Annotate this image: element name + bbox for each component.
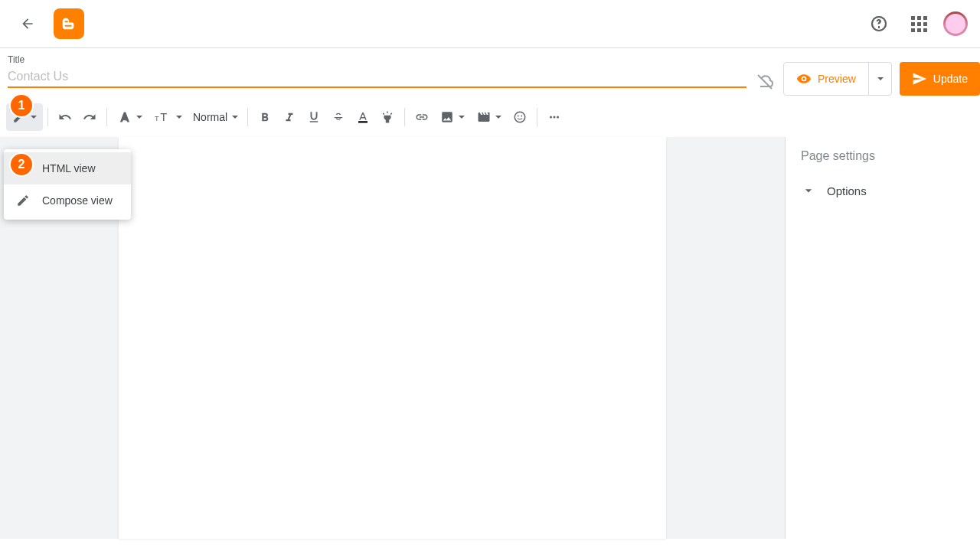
more-horiz-icon [547,110,561,124]
account-avatar[interactable] [943,11,968,36]
preview-button[interactable]: Preview [784,63,868,95]
strikethrough-icon [332,110,345,124]
title-label: Title [8,54,746,65]
editor-toolbar: A TT Normal [0,97,980,137]
preview-label: Preview [818,73,856,85]
apps-grid-icon [911,16,927,32]
svg-text:T: T [160,111,167,123]
chevron-down-icon [459,116,465,119]
pencil-icon [16,194,30,207]
preview-button-group: Preview [783,62,892,96]
annotation-badge-1: 1 [11,95,32,116]
compose-view-label: Compose view [42,194,113,207]
blogger-logo-icon [60,15,77,32]
cloud-off-icon [756,73,774,91]
editor-page[interactable] [119,137,666,539]
svg-point-7 [518,116,519,117]
compose-view-item[interactable]: Compose view [4,184,131,217]
text-color-icon [356,110,370,124]
paragraph-style-select[interactable]: Normal [188,111,243,123]
text-color-button[interactable] [351,103,375,131]
chevron-down-icon [136,116,142,119]
bold-icon [258,110,272,124]
underline-button[interactable] [302,103,326,131]
italic-button[interactable] [277,103,302,131]
separator [47,108,48,126]
redo-button[interactable] [77,103,102,131]
html-view-label: HTML view [42,162,96,174]
action-buttons: Preview Update [783,62,980,96]
header-left [12,8,84,39]
page-settings-panel: Page settings Options [785,137,980,539]
emoji-icon [513,110,527,124]
update-button[interactable]: Update [900,62,980,96]
update-label: Update [933,73,968,85]
undo-icon [58,110,72,124]
undo-button[interactable] [53,103,77,131]
back-button[interactable] [12,8,43,39]
separator [106,108,107,126]
video-button[interactable] [471,103,508,131]
font-icon: A [118,110,132,124]
header-right [864,8,968,39]
more-button[interactable] [542,103,567,131]
highlight-color-button[interactable] [375,103,400,131]
svg-text:T: T [155,115,159,122]
separator [404,108,405,126]
redo-icon [83,110,96,124]
svg-point-8 [521,116,522,117]
svg-point-6 [514,112,525,122]
sync-status [756,67,774,97]
svg-point-10 [554,116,556,119]
title-input[interactable] [8,65,746,88]
content-area: Page settings Options [0,137,980,539]
italic-icon [283,110,296,124]
send-icon [912,71,927,86]
chevron-down-icon [31,116,37,119]
options-label: Options [827,184,867,197]
svg-text:A: A [121,112,127,123]
annotation-badge-2: 2 [11,154,32,175]
font-family-button[interactable]: A [112,103,149,131]
bold-button[interactable] [253,103,277,131]
chevron-down-icon [801,183,816,198]
strikethrough-button[interactable] [326,103,351,131]
app-header [0,0,980,48]
settings-heading: Page settings [801,149,965,163]
separator [537,108,537,126]
help-icon [870,15,888,33]
chevron-down-icon [176,116,182,119]
apps-button[interactable] [903,8,934,39]
svg-rect-5 [358,121,368,122]
paragraph-style-label: Normal [193,111,227,123]
blogger-logo[interactable] [54,8,84,39]
settings-options-item[interactable]: Options [801,178,965,203]
svg-point-11 [557,116,559,119]
font-size-button[interactable]: TT [149,103,188,131]
arrow-left-icon [20,16,35,31]
link-icon [415,110,429,124]
image-icon [440,110,454,124]
emoji-button[interactable] [508,103,532,131]
highlight-icon [381,110,394,124]
svg-point-9 [550,116,552,119]
separator [247,108,248,126]
chevron-down-icon [877,77,884,80]
video-icon [477,110,491,124]
image-button[interactable] [434,103,471,131]
chevron-down-icon [495,116,501,119]
link-button[interactable] [410,103,434,131]
preview-dropdown[interactable] [868,63,891,95]
underline-icon [307,110,321,124]
title-column: Title [8,54,746,88]
help-button[interactable] [864,8,894,39]
title-action-row: Title Preview Update [0,48,980,97]
text-size-icon: TT [155,110,172,124]
chevron-down-icon [232,116,238,119]
eye-icon [796,71,812,86]
